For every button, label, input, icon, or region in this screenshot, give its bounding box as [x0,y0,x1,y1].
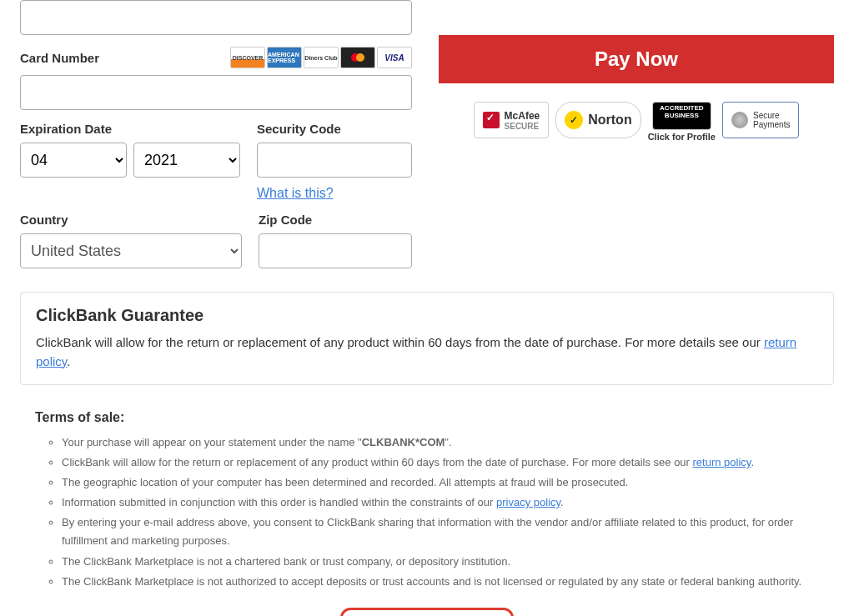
mcafee-shield-icon [483,112,500,128]
bbb-text-2: BUSINESS [665,112,699,119]
guarantee-box: ClickBank Guarantee ClickBank will allow… [20,292,834,385]
card-brand-icons: DISCOVER AMERICAN EXPRESS Diners Club VI… [230,47,412,68]
diners-icon: Diners Club [304,47,339,68]
bbb-click-text: Click for Profile [648,132,716,142]
norton-badge: ✓ Norton [555,102,640,138]
security-code-label: Security Code [257,122,412,136]
expiration-month-select[interactable]: 04 [20,143,127,178]
expiration-year-select[interactable]: 2021 [133,143,240,178]
zip-input[interactable] [259,233,412,268]
card-number-label: Card Number [20,51,99,65]
norton-check-icon: ✓ [565,111,583,129]
guarantee-text: ClickBank will allow for the return or r… [36,333,818,371]
bbb-badge: ACCREDITED BUSINESS [652,102,711,130]
secure-payments-badge: SecurePayments [722,102,799,138]
bbb-text-1: ACCREDITED [660,104,703,112]
country-label: Country [20,213,242,227]
zip-label: Zip Code [259,213,412,227]
terms-item: The ClickBank Marketplace is not authori… [62,573,834,591]
visa-icon: VISA [377,47,412,68]
secure-text-2: Payments [753,120,790,129]
terms-item: The ClickBank Marketplace is not a chart… [62,553,834,571]
guarantee-title: ClickBank Guarantee [36,306,818,325]
terms-item: ClickBank will allow for the return or r… [62,453,834,472]
what-is-this-link[interactable]: What is this? [257,186,334,201]
globe-icon [731,112,748,128]
mcafee-text-1: McAfee [505,110,540,122]
terms-list: Your purchase will appear on your statem… [20,433,834,591]
mcafee-text-2: SECURE [505,122,540,131]
terms-item: By entering your e-mail address above, y… [62,513,834,550]
security-code-input[interactable] [257,143,412,178]
terms-item: The geographic location of your computer… [62,473,834,492]
expiration-label: Expiration Date [20,122,240,136]
affiliate-tag: [ affiliate = justdan21.BLOG ] [340,608,514,616]
privacy-policy-link[interactable]: privacy policy [496,496,560,508]
secure-text-1: Secure [753,111,790,120]
amex-icon: AMERICAN EXPRESS [267,47,302,68]
terms-item: Information submitted in conjunction wit… [62,493,834,512]
country-select[interactable]: United States [20,233,242,268]
terms-title: Terms of sale: [20,410,834,425]
bbb-badge-wrap: ACCREDITED BUSINESS Click for Profile [648,102,716,142]
discover-icon: DISCOVER [230,47,265,68]
return-policy-link-2[interactable]: return policy [693,456,751,468]
mcafee-badge: McAfeeSECURE [474,102,550,138]
terms-item: Your purchase will appear on your statem… [62,433,834,452]
mastercard-icon [340,47,375,68]
card-number-input[interactable] [20,75,412,110]
pay-now-button[interactable]: Pay Now [439,35,834,83]
top-input[interactable] [20,0,412,35]
norton-text: Norton [588,113,631,128]
